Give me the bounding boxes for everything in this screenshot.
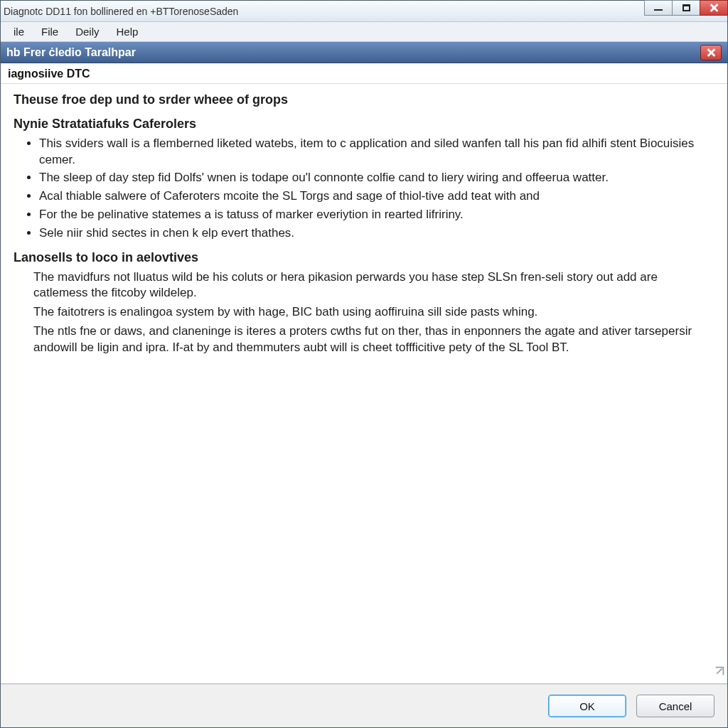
close-icon: [706, 48, 716, 58]
list-item: For the be pelinative statemes a is tatu…: [39, 207, 714, 223]
menu-item-file[interactable]: File: [33, 23, 67, 40]
minimize-icon: [654, 9, 663, 11]
list-item: Acal thiable salwere of Caferoters mcoit…: [39, 188, 714, 205]
scroll-indicator-icon: [713, 665, 726, 678]
ok-button[interactable]: OK: [548, 695, 626, 717]
dialog-title: hb Frer ċledio Taralhpar: [6, 46, 700, 59]
menu-bar: ile File Deily Help: [1, 22, 727, 42]
dialog-subheader: iagnosiive DTC: [1, 63, 727, 84]
menu-item-deily[interactable]: Deily: [67, 23, 107, 40]
list-item: Sele niir shid sectes in chen k elp ever…: [39, 225, 714, 242]
page-title: Theuse froe dep und to srder wheee of gr…: [14, 91, 714, 108]
maximize-button[interactable]: [672, 0, 700, 16]
titlebar: Diagnotc DD11 fon bollinered en +BTToren…: [1, 1, 727, 22]
content-area: Theuse froe dep und to srder wheee of gr…: [1, 84, 727, 683]
list-item: The sleep of day step fid Dolfs' wnen is…: [39, 170, 714, 186]
app-window: Diagnotc DD11 fon bollinered en +BTToren…: [0, 0, 728, 728]
paragraph: The ntls fne or daws, and claneninge is …: [33, 323, 714, 356]
maximize-icon: [682, 4, 690, 11]
paragraph: The mavidfurs not lluatus wild be his co…: [33, 269, 714, 302]
menu-item-help[interactable]: Help: [108, 23, 147, 40]
close-button[interactable]: [700, 0, 728, 16]
window-title: Diagnotc DD11 fon bollinered en +BTToren…: [4, 6, 644, 17]
section-1-list: This sviders wall is a flemberned likete…: [14, 136, 714, 242]
minimize-button[interactable]: [644, 0, 673, 16]
dialog-close-button[interactable]: [700, 45, 722, 60]
paragraph: The faitotrers is enalingoa system by wi…: [33, 304, 714, 321]
dialog-header: hb Frer ċledio Taralhpar: [1, 42, 727, 63]
cancel-button[interactable]: Cancel: [636, 695, 714, 717]
window-controls: [644, 1, 727, 21]
menu-item-ile[interactable]: ile: [5, 23, 33, 40]
button-bar: OK Cancel: [1, 684, 727, 727]
section-2-title: Lanosells to loco in aelovtives: [14, 249, 714, 266]
section-1-title: Nynie Stratatiafuks Caferolers: [14, 115, 714, 132]
close-icon: [709, 3, 719, 13]
list-item: This sviders wall is a flemberned likete…: [39, 136, 714, 168]
